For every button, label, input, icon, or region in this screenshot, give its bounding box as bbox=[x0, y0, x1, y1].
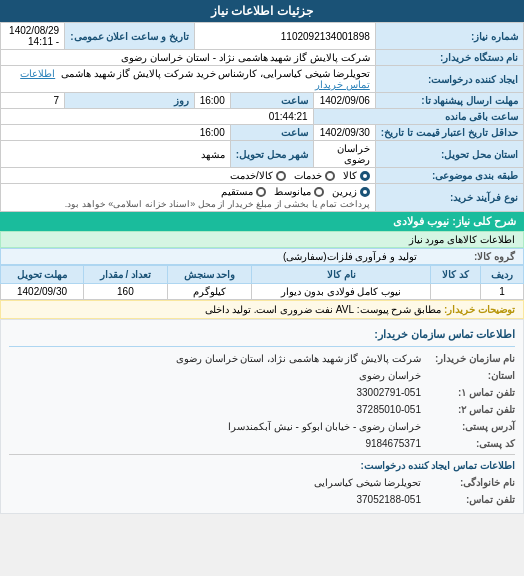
number-label: شماره نیاز: bbox=[375, 23, 523, 50]
province-label: استان محل تحویل: bbox=[375, 141, 523, 168]
cell-unit: کیلوگرم bbox=[167, 284, 251, 300]
radio-mianvost-circle bbox=[314, 187, 324, 197]
contact-name-value: تحویلرضا شیخی کیاسرایی bbox=[314, 474, 421, 491]
notes-label: توضیحات خریدار: bbox=[444, 304, 515, 315]
contact-phone-value: 37052188-051 bbox=[356, 491, 421, 508]
cell-name: نیوب کامل فولادی بدون دیوار bbox=[252, 284, 431, 300]
notes-text: مطابق شرح پیوست: AVL نفت ضروری است. تولی… bbox=[205, 304, 441, 315]
send-time-label: ساعت bbox=[230, 93, 313, 109]
notes-bar: توضیحات خریدار: مطابق شرح پیوست: AVL نفت… bbox=[0, 300, 524, 319]
page-header: جزئیات اطلاعات نیاز bbox=[0, 0, 524, 22]
buyer-name-value: شرکت پالایش گاز شهید هاشمی نژاد، استان خ… bbox=[176, 350, 421, 367]
open-time-value: 16:00 bbox=[1, 125, 231, 141]
buy-type-options: زیرین میانوسط مستقیم پرداخت تمام یا بخشی… bbox=[1, 184, 376, 212]
radio-kala-khadamat[interactable]: کالا/خدمت bbox=[230, 170, 286, 181]
radio-mostaqim[interactable]: مستقیم bbox=[221, 186, 266, 197]
goods-subtitle: اطلاعات کالاهای مورد نیاز bbox=[0, 231, 524, 248]
header-title: جزئیات اطلاعات نیاز bbox=[211, 4, 313, 18]
buyer-company-label: نام دستگاه خریدار: bbox=[375, 50, 523, 66]
radio-kala-circle bbox=[360, 171, 370, 181]
table-row: 1نیوب کامل فولادی بدون دیوارکیلوگرم16014… bbox=[1, 284, 524, 300]
col-unit: واحد سنجش bbox=[167, 266, 251, 284]
group-row: گروه کالا: تولید و فرآوری فلزات(سفارشی) bbox=[0, 248, 524, 265]
buyer-company-value: شرکت پالایش گاز شهید هاشمی نژاد - استان … bbox=[1, 50, 376, 66]
datetime-label: تاریخ و ساعت اعلان عمومی: bbox=[65, 23, 195, 50]
group-value: تولید و فرآوری فلزات(سفارشی) bbox=[283, 251, 417, 262]
phone1-row: تلفن تماس ۱: 33002791-051 bbox=[9, 384, 515, 401]
contact-name-row: نام خانوادگی: تحویلرضا شیخی کیاسرایی bbox=[9, 474, 515, 491]
send-remain-value: 01:44:21 bbox=[1, 109, 314, 125]
contact-phone-row: تلفن تماس: 37052188-051 bbox=[9, 491, 515, 508]
category-options: کالا خدمات کالا/خدمت bbox=[1, 168, 376, 184]
radio-kala[interactable]: کالا bbox=[343, 170, 370, 181]
send-date-label: مهلت ارسال پیشنهاد تا: bbox=[375, 93, 523, 109]
send-date-value: 1402/09/06 bbox=[313, 93, 375, 109]
cell-code bbox=[431, 284, 481, 300]
radio-khadamat-circle bbox=[325, 171, 335, 181]
radio-khadamat[interactable]: خدمات bbox=[294, 170, 335, 181]
contact-name-label: نام خانوادگی: bbox=[425, 474, 515, 491]
contact-province-row: استان: خراسان رضوی bbox=[9, 367, 515, 384]
contact-info-label-row: اطلاعات تماس ایجاد کننده درخواست: bbox=[9, 457, 515, 474]
postal-label: کد پستی: bbox=[425, 435, 515, 452]
number-value: 1102092134001898 bbox=[194, 23, 375, 50]
goods-title: شرح کلی نیاز: نیوب فولادی bbox=[393, 215, 516, 227]
phone2-row: تلفن تماس ۲: 37285010-051 bbox=[9, 401, 515, 418]
radio-mostaqim-circle bbox=[256, 187, 266, 197]
send-day-label: روز bbox=[65, 93, 195, 109]
radio-zirin-circle bbox=[360, 187, 370, 197]
open-time-label: ساعت bbox=[230, 125, 313, 141]
contact-province-label: استان: bbox=[425, 367, 515, 384]
group-label: گروه کالا: bbox=[425, 251, 515, 262]
contact-info-label: اطلاعات تماس ایجاد کننده درخواست: bbox=[361, 457, 515, 474]
cell-deadline: 1402/09/30 bbox=[1, 284, 84, 300]
province-value: خراسان رضوی bbox=[313, 141, 375, 168]
contact-phone-label: تلفن تماس: bbox=[425, 491, 515, 508]
col-name: نام کالا bbox=[252, 266, 431, 284]
phone1-label: تلفن تماس ۱: bbox=[425, 384, 515, 401]
contact-section: اطلاعات تماس سازمان خریدار: نام سازمان خ… bbox=[0, 319, 524, 514]
phone2-label: تلفن تماس ۲: bbox=[425, 401, 515, 418]
postal-value: 9184675371 bbox=[365, 435, 421, 452]
open-date-label: حداقل تاریخ اعتبار قیمت تا تاریخ: bbox=[375, 125, 523, 141]
buy-type-label: نوع فرآیند خرید: bbox=[375, 184, 523, 212]
radio-kala-khadamat-circle bbox=[276, 171, 286, 181]
contact-title: اطلاعات تماس سازمان خریدار: bbox=[9, 325, 515, 347]
cell-qty: 160 bbox=[84, 284, 168, 300]
address-label: آدرس پستی: bbox=[425, 418, 515, 435]
col-row: ردیف bbox=[480, 266, 523, 284]
address-value: خراسان رضوی - خیابان ابوکو - نیش آبکمندس… bbox=[228, 418, 421, 435]
buyer-name-row: نام سازمان خریدار: شرکت پالایش گاز شهید … bbox=[9, 350, 515, 367]
category-label: طبقه بندی موضوعی: bbox=[375, 168, 523, 184]
col-qty: تعداد / مقدار bbox=[84, 266, 168, 284]
col-code: کد کالا bbox=[431, 266, 481, 284]
datetime-value: 1402/08/29 - 14:11 bbox=[1, 23, 65, 50]
phone1-value: 33002791-051 bbox=[356, 384, 421, 401]
address-row: آدرس پستی: خراسان رضوی - خیابان ابوکو - … bbox=[9, 418, 515, 435]
city-label: شهر محل تحویل: bbox=[230, 141, 313, 168]
send-time-value: 16:00 bbox=[194, 93, 230, 109]
requester-value: تحویلرضا شیخی کیاسرایی، کارشناس خرید شرک… bbox=[1, 66, 376, 93]
radio-mianvost[interactable]: میانوسط bbox=[274, 186, 324, 197]
buyer-name-label: نام سازمان خریدار: bbox=[425, 350, 515, 367]
buy-note: پرداخت تمام یا بخشی از مبلغ خریدار از مح… bbox=[6, 199, 370, 209]
goods-header: شرح کلی نیاز: نیوب فولادی bbox=[0, 212, 524, 231]
contact-divider bbox=[9, 454, 515, 455]
cell-row: 1 bbox=[480, 284, 523, 300]
col-deadline: مهلت تحویل bbox=[1, 266, 84, 284]
requester-label: ایجاد کننده درخواست: bbox=[375, 66, 523, 93]
info-table: شماره نیاز: 1102092134001898 تاریخ و ساع… bbox=[0, 22, 524, 212]
city-value: مشهد bbox=[1, 141, 231, 168]
open-date-value: 1402/09/30 bbox=[313, 125, 375, 141]
postal-row: کد پستی: 9184675371 bbox=[9, 435, 515, 452]
radio-zirin[interactable]: زیرین bbox=[332, 186, 370, 197]
contact-province-value: خراسان رضوی bbox=[359, 367, 421, 384]
phone2-value: 37285010-051 bbox=[356, 401, 421, 418]
send-day-value: 7 bbox=[1, 93, 65, 109]
goods-table: ردیف کد کالا نام کالا واحد سنجش تعداد / … bbox=[0, 265, 524, 300]
send-remain-label: ساعت باقی مانده bbox=[313, 109, 523, 125]
